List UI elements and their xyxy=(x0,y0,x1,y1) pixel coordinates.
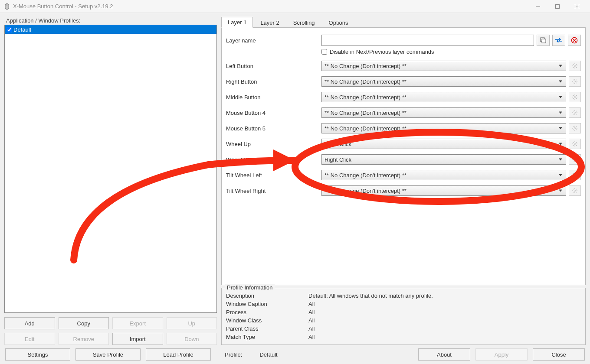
wheel-up-combo[interactable]: Right Click xyxy=(321,139,566,149)
tilt-left-gear[interactable] xyxy=(569,170,581,180)
copy-layer-button[interactable] xyxy=(537,35,550,46)
svg-point-18 xyxy=(574,174,576,176)
pi-caption-value: All xyxy=(308,301,581,307)
tab-scrolling[interactable]: Scrolling xyxy=(287,17,321,28)
mb5-gear[interactable] xyxy=(569,123,581,133)
load-profile-button[interactable]: Load Profile xyxy=(146,348,211,361)
profile-info-group: Profile Information DescriptionDefault: … xyxy=(221,288,586,345)
svg-rect-7 xyxy=(542,39,546,43)
title-bar: X-Mouse Button Control - Setup v2.19.2 xyxy=(0,0,590,13)
up-button: Up xyxy=(167,317,217,329)
wheel-down-label: Wheel Down xyxy=(226,156,321,163)
mb4-combo[interactable]: ** No Change (Don't intercept) ** xyxy=(321,107,566,118)
svg-point-12 xyxy=(574,81,576,82)
app-icon xyxy=(3,3,10,10)
svg-point-19 xyxy=(574,190,576,192)
tab-layer2[interactable]: Layer 2 xyxy=(254,17,285,28)
right-button-gear[interactable] xyxy=(569,76,581,87)
left-button-combo[interactable]: ** No Change (Don't intercept) ** xyxy=(321,61,566,71)
middle-button-combo[interactable]: ** No Change (Don't intercept) ** xyxy=(321,92,566,102)
pi-class-label: Window Class xyxy=(226,317,308,324)
down-button: Down xyxy=(167,333,217,345)
profile-item-default[interactable]: Default xyxy=(5,25,216,34)
remove-button: Remove xyxy=(59,333,109,345)
mb5-label: Mouse Button 5 xyxy=(226,125,321,132)
about-button[interactable]: About xyxy=(418,348,470,361)
reset-layer-button[interactable] xyxy=(568,35,581,46)
tilt-left-label: Tilt Wheel Left xyxy=(226,172,321,179)
maximize-button[interactable] xyxy=(547,0,567,13)
mb4-gear[interactable] xyxy=(569,107,581,118)
tab-layer1[interactable]: Layer 1 xyxy=(221,17,253,28)
pi-process-value: All xyxy=(308,309,581,315)
pi-parent-value: All xyxy=(308,325,581,332)
copy-button[interactable]: Copy xyxy=(59,317,109,329)
pi-process-label: Process xyxy=(226,309,308,315)
profile-item-label: Default xyxy=(13,26,31,33)
close-window-button[interactable] xyxy=(567,0,587,13)
export-button: Export xyxy=(112,317,163,329)
apply-button: Apply xyxy=(475,348,528,361)
wheel-down-gear[interactable] xyxy=(569,154,581,165)
tabs-strip: Layer 1 Layer 2 Scrolling Options xyxy=(221,16,586,28)
svg-rect-3 xyxy=(555,4,559,8)
window-title: X-Mouse Button Control - Setup v2.19.2 xyxy=(13,3,528,10)
tilt-right-combo[interactable]: ** No Change (Don't intercept) ** xyxy=(321,185,566,196)
right-button-label: Right Button xyxy=(226,78,321,85)
mb5-combo[interactable]: ** No Change (Don't intercept) ** xyxy=(321,123,566,133)
svg-point-17 xyxy=(574,159,576,160)
middle-button-gear[interactable] xyxy=(569,92,581,102)
profiles-list[interactable]: Default xyxy=(4,25,217,313)
swap-layer-button[interactable] xyxy=(552,35,565,46)
edit-button: Edit xyxy=(4,333,55,345)
disable-next-prev-checkbox[interactable] xyxy=(321,49,327,55)
tab-options[interactable]: Options xyxy=(322,17,355,28)
tilt-right-gear[interactable] xyxy=(569,185,581,196)
close-button[interactable]: Close xyxy=(533,348,585,361)
pi-description-value: Default: All windows that do not match a… xyxy=(308,292,581,299)
pi-class-value: All xyxy=(308,317,581,324)
middle-button-label: Middle Button xyxy=(226,94,321,101)
right-button-combo[interactable]: ** No Change (Don't intercept) ** xyxy=(321,76,566,87)
profile-label: Profile: xyxy=(225,351,242,358)
left-button-gear[interactable] xyxy=(569,61,581,71)
import-button[interactable]: Import xyxy=(112,333,163,345)
layer-name-label: Layer name xyxy=(226,37,321,44)
save-profile-button[interactable]: Save Profile xyxy=(75,348,141,361)
wheel-up-label: Wheel Up xyxy=(226,141,321,147)
minimize-button[interactable] xyxy=(528,0,547,13)
pi-description-label: Description xyxy=(226,292,308,299)
svg-point-14 xyxy=(574,112,576,114)
wheel-up-gear[interactable] xyxy=(569,139,581,149)
add-button[interactable]: Add xyxy=(4,317,55,329)
layer-panel: Layer 1 Layer 2 Scrolling Options Layer … xyxy=(221,16,586,345)
profiles-panel: Application / Window Profiles: Default A… xyxy=(4,16,217,345)
pi-match-value: All xyxy=(308,334,581,340)
pi-match-label: Match Type xyxy=(226,334,308,340)
profiles-label: Application / Window Profiles: xyxy=(4,16,217,25)
profile-info-title: Profile Information xyxy=(225,284,275,291)
pi-caption-label: Window Caption xyxy=(226,301,308,307)
left-button-label: Left Button xyxy=(226,63,321,69)
svg-point-13 xyxy=(574,96,576,98)
tilt-left-combo[interactable]: ** No Change (Don't intercept) ** xyxy=(321,170,566,180)
wheel-down-combo[interactable]: Right Click xyxy=(321,154,566,165)
svg-point-15 xyxy=(574,127,576,129)
profile-value: Default xyxy=(259,351,277,358)
settings-button[interactable]: Settings xyxy=(5,348,70,361)
tilt-right-label: Tilt Wheel Right xyxy=(226,188,321,194)
profile-item-checkbox[interactable] xyxy=(7,27,12,32)
bottom-bar: Settings Save Profile Load Profile Profi… xyxy=(4,345,586,361)
layer-name-input[interactable] xyxy=(321,35,534,46)
pi-parent-label: Parent Class xyxy=(226,325,308,332)
svg-point-11 xyxy=(574,65,576,67)
mb4-label: Mouse Button 4 xyxy=(226,110,321,116)
disable-next-prev-label: Disable in Next/Previous layer commands xyxy=(330,49,434,55)
svg-point-16 xyxy=(574,143,576,145)
